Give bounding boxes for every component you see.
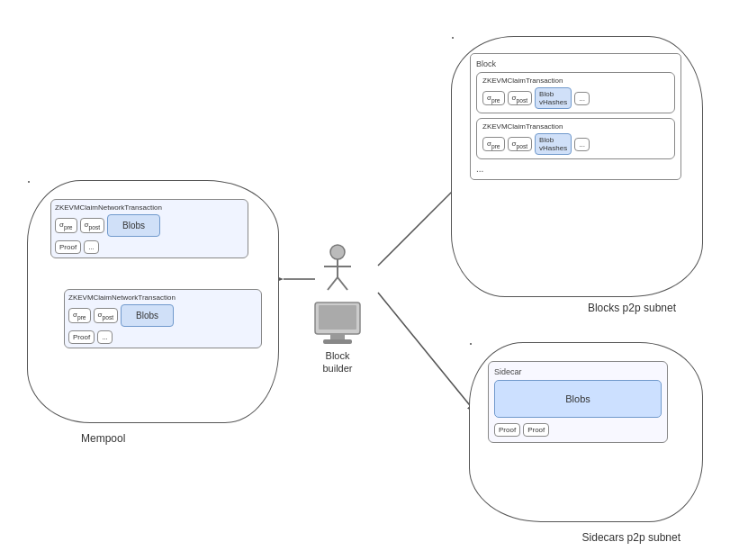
sidecar-title: Sidecar [494, 367, 662, 376]
sidecars-p2p-cloud: Sidecar Blobs Proof Proof [469, 342, 703, 522]
svg-rect-13 [323, 339, 352, 344]
sidecar-proofs: Proof Proof [494, 423, 662, 437]
svg-line-4 [378, 293, 477, 414]
mempool-tx1-ellipsis: ... [84, 240, 99, 254]
mempool-tx1-blobs: Blobs [107, 214, 160, 237]
blocks-tx1-title: ZKEVMClaimTransaction [482, 77, 669, 85]
blocks-ellipsis: ... [476, 164, 675, 174]
blocks-tx1-ellipsis: ... [574, 92, 590, 105]
blocks-tx2-sigma-pre: σpre [482, 137, 505, 152]
block-builder-figure [315, 243, 360, 297]
block-title: Block [476, 59, 675, 68]
mempool-tx1: ZKEVMClaimNetworkTransaction σpre σpost … [50, 199, 248, 258]
block-builder-label: Block builder [322, 349, 352, 375]
block-container: Block ZKEVMClaimTransaction σpre σpost B… [470, 53, 681, 180]
monitor-icon [311, 301, 365, 346]
blocks-tx1-sigma-pre: σpre [482, 91, 505, 106]
block-builder: Block builder [311, 243, 365, 375]
mempool-tx2: ZKEVMClaimNetworkTransaction σpre σpost … [64, 289, 262, 348]
svg-rect-11 [319, 305, 356, 330]
mempool-tx1-sigma-post: σpost [80, 218, 105, 233]
blocks-tx1: ZKEVMClaimTransaction σpre σpost BlobvHa… [476, 72, 675, 113]
mempool-tx1-sigma-pre: σpre [55, 218, 77, 233]
blocks-p2p-label: Blocks p2p subnet [588, 302, 676, 314]
sidecar-proof2: Proof [523, 423, 549, 437]
svg-line-9 [338, 277, 347, 290]
svg-point-5 [330, 245, 345, 259]
mempool-tx2-blobs: Blobs [121, 304, 174, 327]
mempool-label: Mempool [81, 432, 125, 445]
blocks-tx1-blob-vhashes: BlobvHashes [535, 87, 572, 109]
blocks-tx2: ZKEVMClaimTransaction σpre σpost BlobvHa… [476, 118, 675, 159]
mempool-tx1-title: ZKEVMClaimNetworkTransaction [55, 203, 244, 212]
blocks-tx2-ellipsis: ... [574, 138, 590, 151]
mempool-tx2-ellipsis: ... [97, 330, 113, 344]
mempool-tx2-proof: Proof [68, 330, 95, 344]
diagram-container: ZKEVMClaimNetworkTransaction σpre σpost … [0, 0, 730, 560]
sidecar-box: Sidecar Blobs Proof Proof [488, 361, 668, 443]
blocks-p2p-cloud: Block ZKEVMClaimTransaction σpre σpost B… [451, 36, 703, 297]
mempool-cloud: ZKEVMClaimNetworkTransaction σpre σpost … [27, 180, 279, 423]
blocks-tx2-title: ZKEVMClaimTransaction [482, 122, 669, 131]
mempool-tx1-proof: Proof [55, 240, 81, 254]
sidecar-blobs: Blobs [494, 380, 662, 418]
svg-rect-12 [330, 334, 345, 339]
blocks-tx1-sigma-post: σpost [508, 91, 533, 106]
mempool-tx2-sigma-post: σpost [94, 308, 119, 323]
blocks-tx2-blob-vhashes: BlobvHashes [535, 133, 572, 155]
sidecars-p2p-label: Sidecars p2p subnet [582, 531, 680, 544]
mempool-tx2-title: ZKEVMClaimNetworkTransaction [68, 294, 257, 302]
blocks-tx2-sigma-post: σpost [508, 137, 533, 152]
svg-line-8 [328, 277, 338, 290]
mempool-tx2-sigma-pre: σpre [68, 308, 91, 323]
sidecar-proof1: Proof [494, 423, 520, 437]
